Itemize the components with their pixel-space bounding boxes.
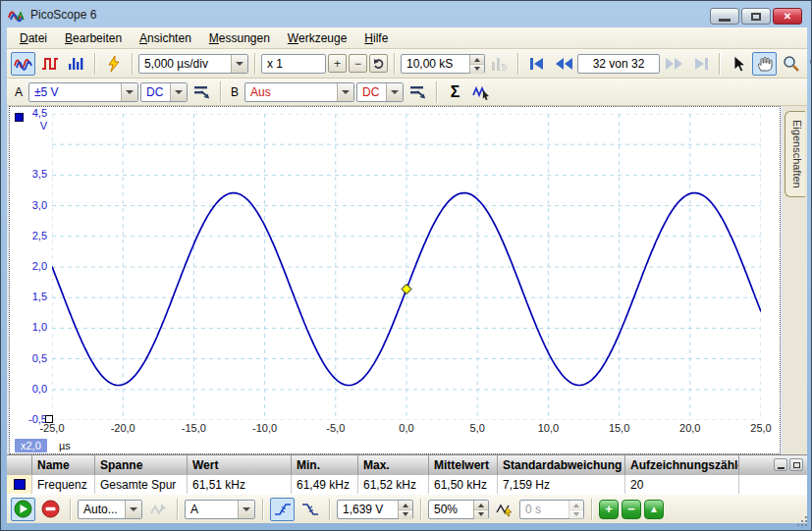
channel-a-coupling-select[interactable]: DC	[140, 82, 188, 102]
header-min[interactable]: Min.	[292, 455, 358, 475]
zoom-factor-decrease-button[interactable]: −	[349, 54, 367, 73]
menu-datei[interactable]: Datei	[11, 28, 56, 48]
trigger-marker-button[interactable]	[492, 498, 516, 521]
undo-icon	[373, 58, 385, 70]
chevron-down-icon[interactable]	[121, 83, 137, 101]
trigger-level-up-button[interactable]	[399, 501, 412, 509]
header-name[interactable]: Name	[32, 455, 95, 475]
menu-ansichten[interactable]: Ansichten	[131, 28, 200, 48]
timebase-select[interactable]: 5,000 µs/div	[138, 54, 248, 74]
menu-bearbeiten[interactable]: Bearbeiten	[56, 28, 131, 48]
pre-trigger-up-button[interactable]	[474, 501, 488, 509]
title-bar[interactable]: PicoScope 6 ✕	[2, 2, 810, 27]
y-tick-label: 1,5	[12, 291, 47, 302]
buffer-previous-button[interactable]	[551, 52, 575, 76]
delete-measurement-button[interactable]: −	[622, 500, 641, 519]
header-standardabweichung[interactable]: Standardabweichung	[498, 455, 625, 475]
tab-eigenschaften[interactable]: Eigenschaften	[785, 111, 805, 197]
scope-view[interactable]: 4,53,53,02,52,01,51,00,50,0-0,5V -25,0-2…	[9, 106, 781, 454]
zoom-factor-reset-button[interactable]	[369, 54, 388, 73]
start-capture-button[interactable]	[11, 498, 35, 521]
auto-setup-button[interactable]	[101, 52, 126, 76]
samples-value: 10,00 kS	[402, 55, 469, 73]
channel-a-range-select[interactable]: ±5 V	[28, 82, 138, 102]
axis-scale-badge[interactable]: x2,0	[15, 439, 47, 452]
trigger-level-spinner[interactable]: 1,639 V	[337, 500, 413, 519]
pointer-tool-button[interactable]	[726, 52, 750, 76]
menu-hilfe[interactable]: Hilfe	[355, 28, 397, 48]
header-spanne[interactable]: Spanne	[95, 455, 188, 475]
rising-edge-button[interactable]	[270, 498, 295, 521]
buffer-overview-button[interactable]	[487, 52, 512, 76]
x-tick-label: 25,0	[739, 422, 783, 434]
chevron-down-icon[interactable]	[231, 55, 247, 73]
channel-b-label: B	[227, 85, 243, 99]
header-aufzeichnungszaehler[interactable]: Aufzeichnungszähler	[625, 455, 739, 475]
chevron-down-icon[interactable]	[337, 83, 353, 101]
measurement-row[interactable]: Frequenz Gesamte Spur 61,51 kHz 61,49 kH…	[7, 475, 807, 495]
zoom-factor-field[interactable]: x 1	[261, 54, 326, 74]
chevron-down-icon[interactable]	[125, 501, 141, 518]
rapid-trigger-button[interactable]	[145, 498, 170, 521]
menu-bar: Datei Bearbeiten Ansichten Messungen Wer…	[7, 27, 807, 49]
buffer-last-button[interactable]	[688, 52, 713, 76]
channel-a-options-button[interactable]	[189, 80, 214, 104]
trigger-source-select[interactable]: A	[185, 500, 255, 519]
chevron-down-icon[interactable]	[386, 83, 403, 101]
math-channels-button[interactable]: Σ	[443, 80, 467, 104]
trigger-level-down-button[interactable]	[399, 509, 412, 519]
separator	[70, 499, 71, 520]
magnifier-icon	[783, 55, 800, 73]
header-max[interactable]: Max.	[358, 455, 429, 475]
pre-trigger-down-button[interactable]	[474, 509, 488, 519]
trigger-mode-select[interactable]: Auto...	[78, 500, 142, 519]
panel-expand-button[interactable]	[789, 458, 803, 471]
zoom-select-tool-button[interactable]	[779, 52, 803, 76]
spectrum-bars-icon	[67, 56, 86, 72]
maximize-icon	[751, 13, 761, 21]
minimize-button[interactable]	[710, 8, 739, 25]
chevron-down-icon[interactable]	[170, 83, 187, 101]
menu-messungen[interactable]: Messungen	[200, 28, 279, 48]
falling-edge-button[interactable]	[298, 498, 322, 521]
holdoff-down-button[interactable]	[569, 509, 583, 519]
header-mittelwert[interactable]: Mittelwert	[429, 455, 498, 475]
spectrum-mode-button[interactable]	[64, 52, 88, 76]
add-measurement-button[interactable]: +	[599, 500, 619, 519]
buffer-next-button[interactable]	[662, 52, 686, 76]
holdoff-spinner[interactable]: 0 s	[519, 500, 584, 519]
buffer-position-field[interactable]: 32 von 32	[577, 54, 660, 74]
pre-trigger-spinner[interactable]: 50%	[428, 500, 489, 519]
edit-measurement-button[interactable]: ▲	[644, 500, 664, 519]
samples-down-button[interactable]	[470, 64, 484, 74]
axis-drag-handle[interactable]	[45, 415, 53, 423]
channel-b-range-select[interactable]: Aus	[244, 82, 354, 102]
channel-b-coupling-select[interactable]: DC	[356, 82, 404, 102]
holdoff-up-button[interactable]	[569, 501, 583, 509]
resize-grip[interactable]	[796, 515, 808, 527]
reference-waveform-button[interactable]	[469, 80, 494, 104]
header-wert[interactable]: Wert	[188, 455, 292, 475]
menu-werkzeuge[interactable]: Werkzeuge	[279, 28, 355, 48]
close-button[interactable]: ✕	[773, 8, 802, 25]
hand-pan-tool-button[interactable]	[752, 52, 777, 76]
maximize-button[interactable]	[741, 8, 771, 25]
minus-icon: −	[354, 57, 361, 71]
x-axis-unit: µs	[59, 440, 71, 451]
trigger-marker-icon	[496, 502, 514, 517]
zoom-factor-increase-button[interactable]: +	[328, 54, 347, 73]
stop-capture-button[interactable]	[38, 498, 63, 521]
cell-mittelwert: 61,50 kHz	[429, 475, 498, 495]
samples-spinner[interactable]: 10,00 kS	[401, 54, 485, 74]
chevron-down-icon[interactable]	[238, 501, 254, 518]
y-tick-label: 0,5	[12, 352, 47, 364]
channel-b-options-button[interactable]	[406, 80, 430, 104]
panel-collapse-button[interactable]	[774, 458, 787, 471]
persistence-mode-button[interactable]	[37, 52, 62, 76]
rapid-trigger-icon	[149, 502, 167, 517]
scope-mode-button[interactable]	[11, 52, 35, 76]
waveform-plot[interactable]	[52, 114, 761, 420]
samples-up-button[interactable]	[470, 55, 484, 64]
buffer-first-button[interactable]	[524, 52, 549, 76]
zoom-in-tool-button[interactable]	[805, 52, 812, 76]
